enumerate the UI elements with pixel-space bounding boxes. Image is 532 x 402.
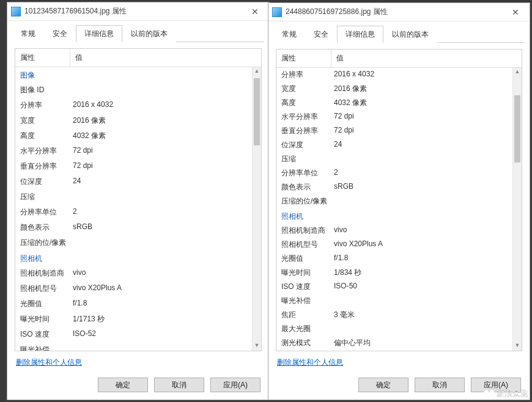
row-exposure-bias[interactable]: 曝光补偿 <box>15 342 252 351</box>
window-title: 244886075169725886.jpg 属性 <box>286 7 505 17</box>
tab-bar: 常规 安全 详细信息 以前的版本 <box>7 21 269 42</box>
window-title: 101234587176961504.jpg 属性 <box>24 6 245 16</box>
properties-dialog-left: 101234587176961504.jpg 属性 ✕ 常规 安全 详细信息 以… <box>7 2 270 400</box>
button-bar: 确定 取消 应用(A) <box>15 374 262 395</box>
row-v-res[interactable]: 垂直分辨率72 dpi <box>15 159 252 174</box>
scroll-up-icon[interactable]: ▲ <box>513 68 522 77</box>
row-resolution[interactable]: 分辨率2016 x 4032 <box>15 98 252 113</box>
row-h-res[interactable]: 水平分辨率72 dpi <box>15 144 252 159</box>
row-iso[interactable]: ISO 速度ISO-52 <box>15 327 252 342</box>
close-button[interactable]: ✕ <box>505 5 526 20</box>
titlebar[interactable]: 244886075169725886.jpg 属性 ✕ <box>268 3 530 21</box>
row-color-rep[interactable]: 颜色表示sRGB <box>15 220 252 235</box>
row-max-aperture[interactable]: 最大光圈 <box>276 322 512 336</box>
row-camera-maker[interactable]: 照相机制造商vivo <box>276 224 512 238</box>
details-grid: 属性 值 分辨率2016 x 4032 宽度2016 像素 高度4032 像素 … <box>276 49 522 351</box>
tab-security[interactable]: 安全 <box>305 26 337 43</box>
header-value[interactable]: 值 <box>331 49 522 67</box>
row-camera-model[interactable]: 照相机型号vivo X20Plus A <box>276 238 512 252</box>
file-icon <box>272 7 282 17</box>
row-iso[interactable]: ISO 速度ISO-50 <box>276 280 512 294</box>
row-res-unit[interactable]: 分辨率单位2 <box>15 205 252 220</box>
scroll-thumb[interactable] <box>254 78 260 145</box>
scroll-thumb[interactable] <box>514 95 520 163</box>
row-height[interactable]: 高度4032 像素 <box>276 96 512 110</box>
grid-body: 图像 图像 ID 分辨率2016 x 4032 宽度2016 像素 高度4032… <box>15 67 261 351</box>
remove-properties-link[interactable]: 删除属性和个人信息 <box>277 358 343 367</box>
scroll-down-icon[interactable]: ▼ <box>253 342 261 351</box>
row-fstop[interactable]: 光圈值f/1.8 <box>276 252 512 266</box>
row-res-unit[interactable]: 分辨率单位2 <box>276 166 512 180</box>
remove-properties-row: 删除属性和个人信息 <box>15 351 262 374</box>
grid-header: 属性 值 <box>276 49 522 68</box>
tab-general[interactable]: 常规 <box>273 26 305 43</box>
row-bit-depth[interactable]: 位深度24 <box>276 138 512 152</box>
row-color-rep[interactable]: 颜色表示sRGB <box>276 180 512 194</box>
row-exposure-time[interactable]: 曝光时间1/1713 秒 <box>15 312 252 327</box>
apply-button[interactable]: 应用(A) <box>210 378 260 392</box>
scrollbar[interactable]: ▲ ▼ <box>512 68 522 351</box>
close-button[interactable]: ✕ <box>245 4 265 19</box>
tab-general[interactable]: 常规 <box>12 25 44 42</box>
tab-body: 属性 值 分辨率2016 x 4032 宽度2016 像素 高度4032 像素 … <box>268 43 530 400</box>
tab-details[interactable]: 详细信息 <box>337 26 383 43</box>
row-image-id[interactable]: 图像 ID <box>15 82 252 98</box>
row-camera-model[interactable]: 照相机型号vivo X20Plus A <box>15 281 252 296</box>
row-bit-depth[interactable]: 位深度24 <box>15 174 252 189</box>
row-compression[interactable]: 压缩 <box>276 152 512 166</box>
header-property[interactable]: 属性 <box>276 49 331 67</box>
details-grid: 属性 值 图像 图像 ID 分辨率2016 x 4032 宽度2016 像素 高… <box>15 48 262 351</box>
ok-button[interactable]: 确定 <box>98 378 148 392</box>
row-h-res[interactable]: 水平分辨率72 dpi <box>276 110 512 124</box>
grid-body: 分辨率2016 x 4032 宽度2016 像素 高度4032 像素 水平分辨率… <box>276 68 522 351</box>
row-exposure-time[interactable]: 曝光时间1/834 秒 <box>276 266 512 280</box>
header-value[interactable]: 值 <box>70 49 261 67</box>
row-resolution[interactable]: 分辨率2016 x 4032 <box>276 68 512 82</box>
row-v-res[interactable]: 垂直分辨率72 dpi <box>276 124 512 138</box>
tab-previous-versions[interactable]: 以前的版本 <box>383 26 437 43</box>
remove-properties-link[interactable]: 删除属性和个人信息 <box>16 358 82 367</box>
scroll-up-icon[interactable]: ▲ <box>253 67 261 76</box>
row-width[interactable]: 宽度2016 像素 <box>276 82 512 96</box>
button-bar: 确定 取消 应用(A) <box>276 374 522 395</box>
grid-header: 属性 值 <box>15 49 261 67</box>
tab-details[interactable]: 详细信息 <box>76 25 122 42</box>
row-camera-maker[interactable]: 照相机制造商vivo <box>15 266 252 281</box>
row-height[interactable]: 高度4032 像素 <box>15 128 252 144</box>
header-property[interactable]: 属性 <box>15 49 70 67</box>
file-icon <box>11 7 21 16</box>
properties-dialog-right: 244886075169725886.jpg 属性 ✕ 常规 安全 详细信息 以… <box>268 2 530 400</box>
tab-security[interactable]: 安全 <box>44 25 76 42</box>
section-image: 图像 <box>15 67 252 82</box>
tab-previous-versions[interactable]: 以前的版本 <box>122 25 176 42</box>
cancel-button[interactable]: 取消 <box>154 378 204 392</box>
cancel-button[interactable]: 取消 <box>415 378 465 392</box>
scrollbar[interactable]: ▲ ▼ <box>252 67 261 351</box>
ok-button[interactable]: 确定 <box>358 378 408 392</box>
tab-body: 属性 值 图像 图像 ID 分辨率2016 x 4032 宽度2016 像素 高… <box>7 42 269 400</box>
row-compressed-bits[interactable]: 压缩的位/像素 <box>276 194 512 208</box>
tab-bar: 常规 安全 详细信息 以前的版本 <box>268 21 530 43</box>
row-compression[interactable]: 压缩 <box>15 189 252 205</box>
row-exposure-bias[interactable]: 曝光补偿 <box>276 294 512 308</box>
section-camera: 照相机 <box>15 250 252 266</box>
row-fstop[interactable]: 光圈值f/1.8 <box>15 296 252 312</box>
scroll-down-icon[interactable]: ▼ <box>513 342 522 351</box>
remove-properties-row: 删除属性和个人信息 <box>276 351 522 374</box>
row-focal-length[interactable]: 焦距3 毫米 <box>276 308 512 322</box>
row-width[interactable]: 宽度2016 像素 <box>15 113 252 128</box>
section-camera: 照相机 <box>276 208 512 224</box>
row-metering-mode[interactable]: 测光模式偏中心平均 <box>276 336 512 350</box>
apply-button[interactable]: 应用(A) <box>471 378 521 392</box>
titlebar[interactable]: 101234587176961504.jpg 属性 ✕ <box>7 2 269 21</box>
row-compressed-bits[interactable]: 压缩的位/像素 <box>15 235 252 250</box>
